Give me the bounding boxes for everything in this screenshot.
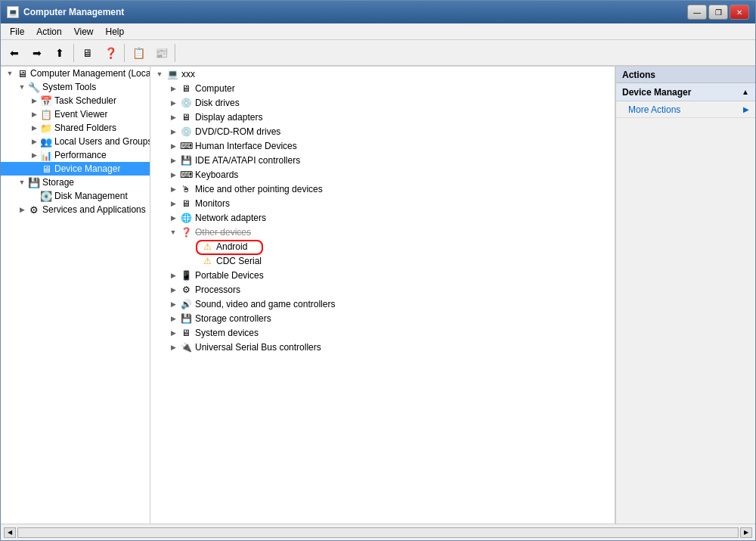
menu-file[interactable]: File [4,25,30,39]
expand-processors[interactable]: ▶ [167,284,179,296]
forward-button[interactable]: ➡ [26,42,48,64]
minimize-button[interactable]: — [687,5,707,20]
expand-monitors[interactable]: ▶ [167,197,179,210]
expand-local-users[interactable]: ▶ [28,135,40,148]
expand-keyboards[interactable]: ▶ [167,169,179,181]
scroll-right-button[interactable]: ▶ [740,527,752,538]
device-usb[interactable]: ▶ 🔌 Universal Serial Bus controllers [150,340,615,354]
device-mice[interactable]: ▶ 🖱 Mice and other pointing devices [150,182,615,196]
back-button[interactable]: ⬅ [4,42,25,64]
device-portable[interactable]: ▶ 📱 Portable Devices [150,268,615,282]
local-users-icon: 👥 [40,135,52,148]
more-actions-arrow-icon: ▶ [743,105,749,113]
close-button[interactable]: ✕ [730,5,749,20]
root-device-icon: 💻 [166,68,179,80]
window-icon: 💻 [7,6,19,18]
expand-task-scheduler[interactable]: ▶ [28,95,40,107]
actions-section-device-manager[interactable]: Device Manager ▲ [616,83,755,101]
menu-help[interactable]: Help [100,25,131,39]
device-computer[interactable]: ▶ 🖥 Computer [150,81,615,95]
storage-ctrl-icon: 💾 [179,312,193,325]
device-other-devices[interactable]: ▼ ❓ Other devices [150,225,615,239]
expand-ide[interactable]: ▶ [167,154,179,166]
keyboards-label: Keyboards [195,169,238,180]
performance-icon: 📊 [40,149,52,161]
expand-event-viewer[interactable]: ▶ [28,108,40,120]
tree-services-apps[interactable]: ▶ ⚙ Services and Applications [1,203,150,216]
device-disk-drives[interactable]: ▶ 💿 Disk drives [150,95,615,110]
expand-mice[interactable]: ▶ [167,183,179,195]
device-cdc-serial[interactable]: ⚠ CDC Serial [150,253,615,268]
expand-dvd[interactable]: ▶ [167,126,179,138]
disk-drives-icon: 💿 [179,97,193,109]
middle-panel[interactable]: ▼ 💻 xxx ▶ 🖥 Computer ▶ 💿 Disk drives ▶ 🖥… [150,67,615,524]
tree-shared-folders[interactable]: ▶ 📁 Shared Folders [1,121,150,135]
tree-root[interactable]: ▼ 🖥 Computer Management (Local [1,67,150,80]
toolbar-sep-1 [73,44,74,62]
device-dvd[interactable]: ▶ 💿 DVD/CD-ROM drives [150,124,615,138]
expand-performance[interactable]: ▶ [28,149,40,161]
content-area: ▼ 🖥 Computer Management (Local ▼ 🔧 Syste… [1,66,755,524]
expand-network-adapters[interactable]: ▶ [167,212,179,224]
tree-storage[interactable]: ▼ 💾 Storage [1,176,150,189]
show-hide-tree[interactable]: 🖥 [77,42,98,64]
expand-system[interactable]: ▶ [167,327,179,339]
tree-performance[interactable]: ▶ 📊 Performance [1,148,150,162]
device-storage-ctrl[interactable]: ▶ 💾 Storage controllers [150,311,615,325]
expand-disk-drives[interactable]: ▶ [167,97,179,109]
more-actions-label: More Actions [628,104,680,115]
device-display-adapters[interactable]: ▶ 🖥 Display adapters [150,110,615,124]
task-scheduler-label: Task Scheduler [54,95,116,106]
expand-shared-folders[interactable]: ▶ [28,122,40,134]
expand-other-devices[interactable]: ▼ [167,226,179,238]
device-network-adapters[interactable]: ▶ 🌐 Network adapters [150,210,615,225]
device-processors[interactable]: ▶ ⚙ Processors [150,282,615,297]
tree-system-tools[interactable]: ▼ 🔧 System Tools [1,80,150,94]
expand-device-manager[interactable] [28,163,40,175]
expand-display-adapters[interactable]: ▶ [167,111,179,123]
restore-button[interactable]: ❐ [708,5,728,20]
device-keyboards[interactable]: ▶ ⌨ Keyboards [150,167,615,182]
android-label: Android [216,241,247,252]
storage-label: Storage [42,177,74,188]
device-monitors[interactable]: ▶ 🖥 Monitors [150,196,615,210]
expand-disk-management[interactable] [28,190,40,202]
expand-services-apps[interactable]: ▶ [16,204,28,216]
tree-task-scheduler[interactable]: ▶ 📅 Task Scheduler [1,94,150,107]
expand-storage-ctrl[interactable]: ▶ [167,312,179,325]
expand-root[interactable]: ▼ [4,67,16,79]
toolbar-sep-3 [175,44,175,62]
tree-disk-management[interactable]: 💽 Disk Management [1,189,150,203]
properties-button[interactable]: 📋 [128,42,149,64]
expand-computer[interactable]: ▶ [167,82,179,95]
expand-root-device[interactable]: ▼ [153,68,166,80]
expand-portable[interactable]: ▶ [167,269,179,281]
expand-sound[interactable]: ▶ [167,298,179,310]
toolbar: ⬅ ➡ ⬆ 🖥 ❓ 📋 📰 [1,40,755,66]
device-ide[interactable]: ▶ 💾 IDE ATA/ATAPI controllers [150,153,615,167]
sound-icon: 🔊 [179,298,193,310]
actions-more-actions[interactable]: More Actions ▶ [616,101,755,118]
device-system[interactable]: ▶ 🖥 System devices [150,325,615,340]
up-button[interactable]: ⬆ [49,42,70,64]
expand-storage[interactable]: ▼ [16,176,28,188]
expand-system-tools[interactable]: ▼ [16,81,28,93]
tree-local-users[interactable]: ▶ 👥 Local Users and Groups [1,135,150,148]
device-sound[interactable]: ▶ 🔊 Sound, video and game controllers [150,297,615,311]
device-android[interactable]: ⚠ Android [150,239,615,253]
menu-action[interactable]: Action [30,25,67,39]
network-adapters-icon: 🌐 [179,212,193,224]
menu-view[interactable]: View [68,25,100,39]
help-button[interactable]: ❓ [100,42,121,64]
scroll-left-button[interactable]: ◀ [4,527,16,538]
left-panel[interactable]: ▼ 🖥 Computer Management (Local ▼ 🔧 Syste… [1,67,150,524]
expand-usb[interactable]: ▶ [167,341,179,353]
device-root[interactable]: ▼ 💻 xxx [150,67,615,81]
device-hid[interactable]: ▶ ⌨ Human Interface Devices [150,138,615,153]
tree-event-viewer[interactable]: ▶ 📋 Event Viewer [1,107,150,121]
other-devices-icon: ❓ [179,226,193,238]
tree-device-manager[interactable]: 🖥 Device Manager [1,162,150,176]
expand-hid[interactable]: ▶ [167,140,179,152]
services-apps-label: Services and Applications [42,204,146,215]
export-button[interactable]: 📰 [150,42,172,64]
